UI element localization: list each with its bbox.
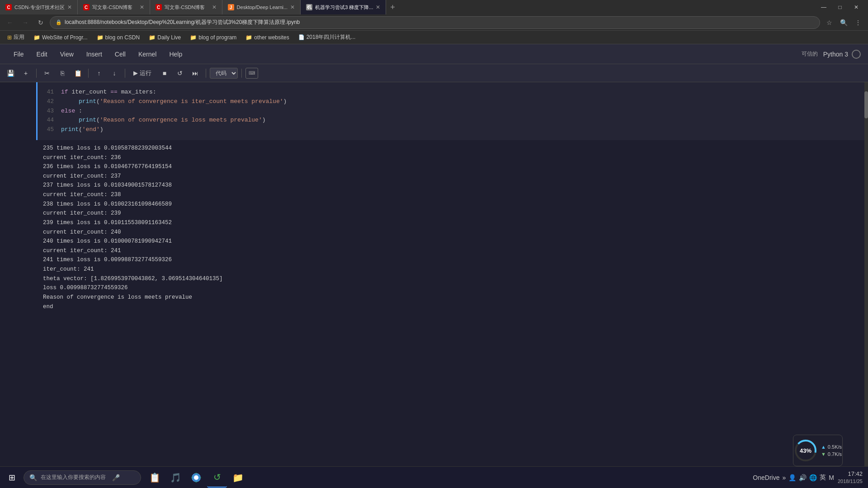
- restart-button[interactable]: ↺: [173, 67, 187, 80]
- search-placeholder: 在这里输入你要搜索的内容: [41, 474, 106, 481]
- cut-button[interactable]: ✂: [40, 67, 54, 80]
- restart-run-button[interactable]: ⏭: [189, 67, 202, 80]
- ime-icon[interactable]: M: [829, 474, 834, 481]
- tab-jupyter[interactable]: J Desktop/Deep Learni... ✕: [222, 0, 301, 14]
- tab-close-1[interactable]: ✕: [67, 4, 72, 10]
- folder-icon-blog: 📁: [190, 34, 197, 41]
- menu-insert[interactable]: Insert: [80, 47, 108, 61]
- keyboard-shortcuts-button[interactable]: ⌨: [245, 68, 258, 79]
- taskbar-explorer-button[interactable]: 📁: [228, 468, 248, 488]
- code-cell[interactable]: 41 42 43 44 45 if iter_count == max_iter…: [36, 82, 864, 140]
- titlebar: C CSDN-专业IT技术社区 ✕ C 写文章-CSDN博客 ✕ C 写文章-C…: [0, 0, 868, 14]
- bookmark-file[interactable]: 📄 2018年四川计算机...: [295, 33, 359, 42]
- minimize-button[interactable]: —: [817, 3, 830, 12]
- tab-close-4[interactable]: ✕: [290, 4, 295, 10]
- add-cell-button[interactable]: +: [19, 67, 33, 80]
- bookmarks-bar: ⊞ 应用 📁 WebSite of Progr... 📁 blog on CSD…: [0, 31, 868, 44]
- forward-button[interactable]: →: [19, 16, 32, 29]
- network-icon[interactable]: 🌐: [809, 474, 817, 481]
- paste-button[interactable]: 📋: [71, 67, 85, 80]
- bookmark-label-csdn: blog on CSDN: [105, 34, 140, 41]
- menu-view[interactable]: View: [54, 47, 80, 61]
- new-tab-button[interactable]: +: [386, 0, 399, 14]
- jupyter-trusted-status: 可信的: [802, 50, 818, 58]
- tab-label-1: CSDN-专业IT技术社区: [14, 4, 65, 11]
- toolbar-separator-2: [88, 69, 89, 78]
- cell-area[interactable]: 41 42 43 44 45 if iter_count == max_iter…: [36, 82, 864, 488]
- show-hidden-icon[interactable]: »: [782, 474, 786, 481]
- upload-speed: ▲ 0.5K/s: [821, 444, 842, 450]
- close-button[interactable]: ✕: [850, 3, 863, 12]
- taskbar-media-button[interactable]: 🎵: [165, 468, 185, 488]
- back-button[interactable]: ←: [4, 16, 16, 29]
- menu-cell[interactable]: Cell: [108, 47, 132, 61]
- save-button[interactable]: 💾: [4, 67, 17, 80]
- taskbar-chrome-button[interactable]: [186, 468, 206, 488]
- taskbar-clock[interactable]: 17:42 2018/11/25: [838, 470, 863, 484]
- folder-icon-daily: 📁: [149, 34, 156, 41]
- cell-type-dropdown[interactable]: 代码: [210, 68, 238, 79]
- menu-kernel[interactable]: Kernel: [132, 47, 163, 61]
- start-button[interactable]: ⊞: [0, 467, 24, 488]
- scrollbar[interactable]: [864, 82, 868, 488]
- tab-favicon-5: 机: [306, 4, 312, 10]
- bookmark-daily-live[interactable]: 📁 Daily Live: [145, 33, 184, 42]
- language-icon[interactable]: 英: [820, 474, 826, 482]
- kernel-name: Python 3: [823, 51, 848, 58]
- scrollbar-thumb[interactable]: [864, 91, 868, 118]
- jupyter-menu: File Edit View Insert Cell Kernel Help 可…: [0, 44, 868, 64]
- code-line-42: print('Reason of convergence is iter_cou…: [61, 97, 861, 107]
- zoom-button[interactable]: 🔍: [837, 16, 850, 29]
- copy-button[interactable]: ⎘: [56, 67, 69, 80]
- output-line-11: 240 times loss is 0.010000781990942741: [43, 237, 859, 246]
- tab-active[interactable]: 机 机器学习尝试3 梯度下降... ✕: [301, 0, 386, 14]
- tab-csdn-2[interactable]: C 写文章-CSDN博客 ✕: [78, 0, 150, 14]
- tab-csdn-1[interactable]: C CSDN-专业IT技术社区 ✕: [0, 0, 78, 14]
- output-line-1: 235 times loss is 0.010587882392003544: [43, 144, 859, 153]
- taskbar-jupyter-button[interactable]: ↺: [207, 468, 227, 488]
- date-display: 2018/11/25: [838, 478, 863, 484]
- menu-help[interactable]: Help: [163, 47, 189, 61]
- speed-percentage: 43%: [800, 447, 811, 454]
- bookmark-blog-program[interactable]: 📁 blog of program: [186, 33, 240, 42]
- bookmark-website[interactable]: 📁 WebSite of Progr...: [30, 33, 91, 42]
- cell-gutter: [0, 82, 36, 488]
- reload-button[interactable]: ↻: [34, 16, 47, 29]
- bookmark-csdn[interactable]: 📁 blog on CSDN: [93, 33, 144, 42]
- tab-close-3[interactable]: ✕: [212, 4, 217, 10]
- taskbar-apps: 📋 🎵 ↺ 📁: [145, 468, 248, 488]
- url-bar[interactable]: 🔒 localhost:8888/notebooks/Desktop/Deep%…: [50, 16, 820, 29]
- settings-button[interactable]: ⋮: [852, 16, 864, 29]
- taskbar-search[interactable]: 🔍 在这里输入你要搜索的内容 🎤: [24, 470, 141, 485]
- code-line-45: print('end'): [61, 125, 861, 135]
- menu-file[interactable]: File: [7, 47, 30, 61]
- tab-close-2[interactable]: ✕: [140, 4, 144, 10]
- microphone-icon[interactable]: 🎤: [112, 474, 120, 481]
- download-speed: ▼ 0.7K/s: [821, 451, 842, 457]
- maximize-button[interactable]: □: [834, 3, 846, 12]
- bookmark-star-button[interactable]: ☆: [823, 16, 835, 29]
- bookmark-other-websites[interactable]: 📁 other websites: [242, 33, 292, 42]
- output-line-16: loss 0.009988732774559326: [43, 283, 859, 293]
- tab-csdn-3[interactable]: C 写文章-CSDN博客 ✕: [150, 0, 222, 14]
- time-display: 17:42: [848, 470, 863, 478]
- move-up-button[interactable]: ↑: [92, 67, 106, 80]
- output-line-14: iter_count: 241: [43, 265, 859, 274]
- output-line-18: end: [43, 302, 859, 312]
- output-line-12: current iter_count: 241: [43, 246, 859, 256]
- menu-edit[interactable]: Edit: [30, 47, 54, 61]
- tab-close-5[interactable]: ✕: [376, 4, 380, 10]
- user-icon[interactable]: 👤: [788, 474, 796, 481]
- line-num-42: 42: [41, 97, 54, 107]
- move-down-button[interactable]: ↓: [108, 67, 121, 80]
- taskbar-view-button[interactable]: 📋: [145, 468, 165, 488]
- volume-icon[interactable]: 🔊: [799, 474, 807, 481]
- bookmark-apps[interactable]: ⊞ 应用: [4, 33, 28, 42]
- toolbar-separator-5: [241, 69, 242, 78]
- stop-button[interactable]: ■: [158, 67, 171, 80]
- system-tray: OneDrive » 👤 🔊 🌐 英 M: [753, 474, 834, 482]
- upload-icon: ▲: [821, 444, 826, 450]
- run-button[interactable]: ▶ 运行: [129, 67, 156, 79]
- tab-label-3: 写文章-CSDN博客: [165, 4, 205, 11]
- output-line-5: 237 times loss is 0.010349001578127438: [43, 181, 859, 190]
